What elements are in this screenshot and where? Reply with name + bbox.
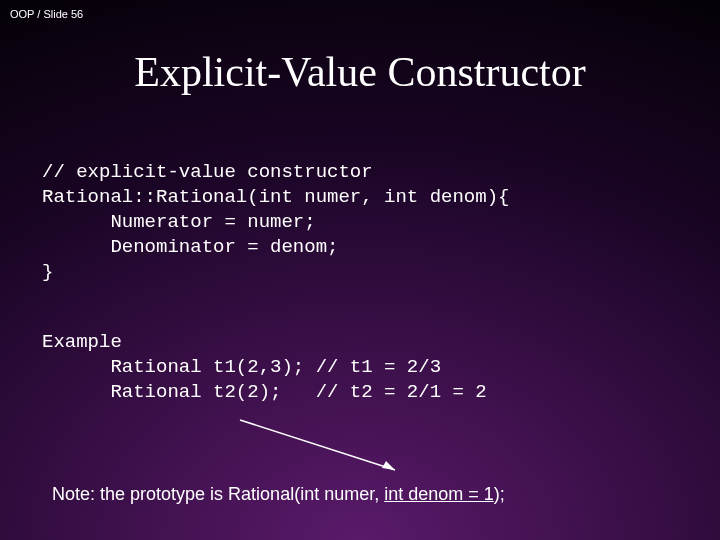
code-line: // explicit-value constructor: [42, 161, 373, 183]
slide-header: OOP / Slide 56: [10, 8, 83, 20]
code-block: // explicit-value constructor Rational::…: [42, 160, 509, 285]
slide: OOP / Slide 56 Explicit-Value Constructo…: [0, 0, 720, 540]
example-block: Example Rational t1(2,3); // t1 = 2/3 Ra…: [42, 330, 487, 405]
note-suffix: );: [494, 484, 505, 504]
code-line: Numerator = numer;: [42, 211, 316, 233]
code-line: Denominator = denom;: [42, 236, 338, 258]
svg-line-0: [240, 420, 395, 470]
note-prefix: Note: the prototype is Rational(int nume…: [52, 484, 384, 504]
example-line: Example: [42, 331, 122, 353]
slide-title: Explicit-Value Constructor: [0, 48, 720, 96]
note-text: Note: the prototype is Rational(int nume…: [52, 484, 505, 505]
code-line: Rational::Rational(int numer, int denom)…: [42, 186, 509, 208]
example-line: Rational t1(2,3); // t1 = 2/3: [42, 356, 441, 378]
arrow-icon: [230, 410, 410, 480]
note-underlined: int denom = 1: [384, 484, 494, 504]
example-line: Rational t2(2); // t2 = 2/1 = 2: [42, 381, 487, 403]
svg-marker-1: [382, 461, 395, 470]
code-line: }: [42, 261, 53, 283]
